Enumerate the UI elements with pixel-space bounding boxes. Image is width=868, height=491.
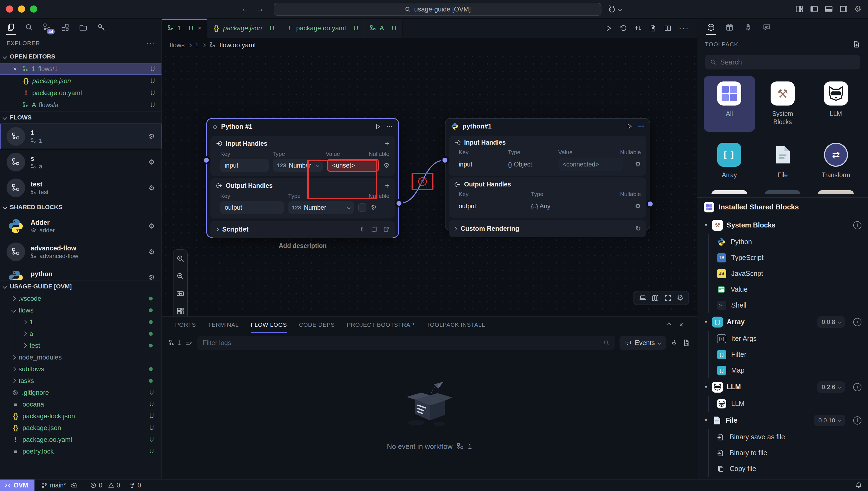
toggle-sidebar-icon[interactable] — [810, 5, 818, 13]
flow-card[interactable]: test test ⚙ — [0, 175, 161, 201]
open-editor-item[interactable]: ! package.oo.yaml U — [0, 87, 161, 99]
more-actions-icon[interactable]: ··· — [679, 23, 689, 33]
node-python-1[interactable]: ◇ Python #1 ··· Input Handles + — [206, 118, 399, 238]
output-port[interactable] — [648, 201, 653, 206]
preview-icon[interactable] — [639, 294, 647, 302]
node-python-hash1[interactable]: python#1 ··· Input Handles Key — [445, 118, 650, 231]
minimize-window-button[interactable] — [18, 5, 25, 12]
tab-package-oo-yaml[interactable]: ! package.oo.yaml U — [280, 19, 364, 38]
sync-cloud-icon[interactable] — [70, 482, 78, 489]
info-icon[interactable]: i — [853, 383, 862, 391]
filter-logs-input[interactable] — [203, 339, 603, 347]
explorer-icon[interactable] — [4, 20, 18, 35]
block-settings-gear-icon[interactable]: ⚙ — [148, 248, 155, 256]
block-item-llm[interactable]: LLM — [704, 396, 862, 412]
fullscreen-icon[interactable] — [664, 294, 672, 302]
nullable-checkbox[interactable] — [358, 203, 367, 211]
ovm-remote-button[interactable]: OVM — [0, 480, 34, 491]
folder-icon[interactable] — [77, 20, 90, 35]
input-port[interactable] — [442, 158, 447, 163]
events-filter-select[interactable]: Events — [620, 336, 666, 350]
git-branch-status[interactable]: main* — [41, 482, 78, 489]
close-tab-icon[interactable]: × — [198, 25, 201, 32]
compare-icon[interactable] — [634, 24, 642, 32]
panel-tab-code-deps[interactable]: CODE DEPS — [299, 317, 335, 333]
tree-item[interactable]: 1 — [0, 316, 161, 328]
shared-block-card[interactable]: advanced-flow advanced-flow ⚙ — [0, 239, 161, 265]
clear-logs-broom-icon[interactable] — [671, 339, 678, 347]
section-header[interactable]: ▼ [ ] Array 0.0.8 i — [704, 313, 862, 331]
back-icon[interactable]: ← — [241, 5, 248, 13]
blocks-icon[interactable] — [59, 20, 72, 35]
version-select[interactable]: 0.2.6 — [817, 381, 845, 393]
handle-gear-icon[interactable]: ⚙ — [383, 162, 389, 169]
section-header[interactable]: ▼ ⚒ System Blocks i — [704, 216, 862, 234]
block-item-typescript[interactable]: TSTypeScript — [704, 250, 862, 266]
block-item-binary-to-file[interactable]: Binary to file — [704, 445, 862, 461]
panel-collapse-icon[interactable] — [667, 323, 671, 327]
refresh-icon[interactable]: ↻ — [635, 225, 641, 232]
output-type-select[interactable]: 123 Number — [288, 201, 354, 214]
canvas-settings-gear-icon[interactable]: ⚙ — [677, 294, 683, 302]
block-item-copy-file[interactable]: Copy file — [704, 461, 862, 477]
output-port[interactable] — [397, 201, 402, 206]
docs-book-icon[interactable] — [371, 226, 377, 233]
handle-gear-icon[interactable]: ⚙ — [635, 202, 641, 210]
tree-item[interactable]: test — [0, 340, 161, 351]
workspace-section-header[interactable]: USAGE-GUIDE [OVM] — [0, 280, 161, 292]
panel-tab-toolpack-install[interactable]: TOOLPACK INSTALL — [426, 317, 485, 333]
flow-card[interactable]: 1 1 ⚙ — [0, 123, 161, 149]
zoom-out-icon[interactable] — [176, 269, 185, 283]
flow-card[interactable]: s a ⚙ — [0, 149, 161, 175]
block-item-shell[interactable]: >_Shell — [704, 297, 862, 313]
tree-item[interactable]: .vscode — [0, 292, 161, 304]
category-system-blocks[interactable]: ⚒ System Blocks — [757, 76, 808, 132]
maximize-window-button[interactable] — [30, 5, 37, 12]
log-flow-badge[interactable]: 1 — [168, 339, 181, 347]
category-all[interactable]: All — [704, 76, 755, 132]
section-header[interactable]: ▼ File 0.0.10 i — [704, 412, 862, 429]
shared-blocks-section-header[interactable]: SHARED BLOCKS — [0, 201, 161, 213]
input-value-field[interactable]: <connected> — [558, 158, 623, 171]
tree-item[interactable]: {}package.jsonU — [0, 422, 161, 434]
info-icon[interactable]: i — [853, 416, 862, 425]
attach-icon[interactable] — [359, 226, 365, 233]
version-select[interactable]: 0.0.10 — [814, 415, 845, 426]
tree-item[interactable]: {}package-lock.jsonU — [0, 410, 161, 422]
split-editor-icon[interactable] — [664, 24, 672, 32]
panel-tab-terminal[interactable]: TERMINAL — [208, 317, 239, 333]
tree-item[interactable]: node_modules — [0, 351, 161, 363]
explorer-more-icon[interactable]: ··· — [146, 39, 155, 48]
node-more-icon[interactable]: ··· — [638, 123, 644, 130]
notifications-bell-icon[interactable] — [855, 482, 863, 489]
flow-canvas[interactable]: ◇ Python #1 ··· Input Handles + — [162, 53, 697, 316]
section-header[interactable]: ▼ LLM 0.2.6 i — [704, 378, 862, 396]
category-array[interactable]: [ ] Array — [704, 137, 755, 185]
handle-gear-icon[interactable]: ⚙ — [635, 161, 641, 168]
scriptlet-section[interactable]: Scriptlet — [211, 221, 395, 238]
flow-settings-gear-icon[interactable]: ⚙ — [148, 184, 155, 192]
ports-status[interactable]: 0 — [129, 482, 141, 489]
export-logs-icon[interactable] — [682, 339, 690, 347]
block-settings-gear-icon[interactable]: ⚙ — [148, 222, 155, 230]
info-icon[interactable]: i — [853, 221, 862, 229]
panel-tab-ports[interactable]: PORTS — [175, 317, 196, 333]
flow-settings-gear-icon[interactable]: ⚙ — [148, 158, 155, 167]
block-item-value[interactable]: Value — [704, 282, 862, 297]
block-item-map[interactable]: [ ]Map — [704, 363, 862, 378]
tree-item[interactable]: flows — [0, 304, 161, 316]
open-external-icon[interactable] — [383, 226, 389, 233]
gift-icon[interactable] — [724, 20, 736, 35]
flows-badge-icon[interactable]: 44 — [40, 20, 54, 35]
open-editor-item[interactable]: × 1 flows/1 U — [0, 63, 161, 75]
block-item-filter[interactable]: [ ]Filter — [704, 347, 862, 363]
flow-settings-gear-icon[interactable]: ⚙ — [148, 132, 155, 141]
open-editor-item[interactable]: {} package.json U — [0, 75, 161, 87]
input-key-field[interactable]: input — [220, 159, 269, 172]
settings-gear-icon[interactable]: ⚙ — [854, 5, 862, 13]
toolpack-search-input[interactable] — [720, 58, 856, 66]
tree-item[interactable]: a — [0, 328, 161, 340]
flows-section-header[interactable]: FLOWS — [0, 111, 161, 123]
problems-status[interactable]: 0 0 — [90, 482, 120, 489]
fit-view-icon[interactable] — [176, 287, 185, 300]
